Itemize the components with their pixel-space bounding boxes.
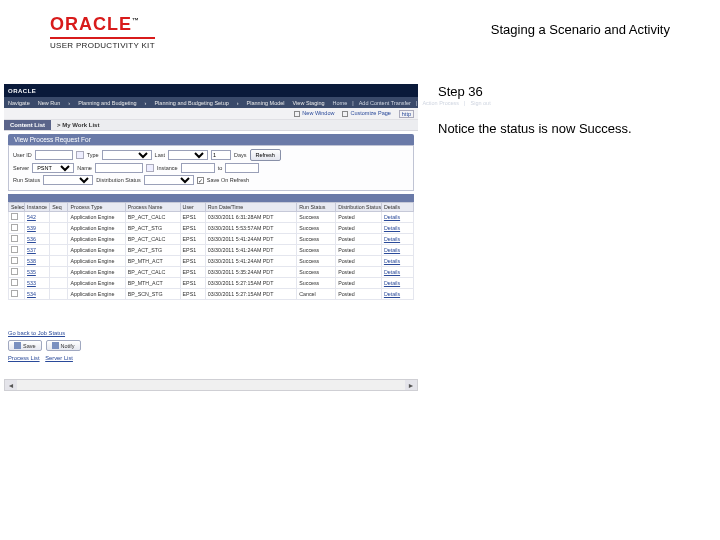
type-select[interactable] [102,150,152,160]
cell-details[interactable]: Details [381,256,413,267]
cell-details[interactable]: Details [381,212,413,223]
userid-input[interactable] [35,150,73,160]
diststatus-select[interactable] [144,175,194,185]
new-window-link[interactable]: New Window [302,110,334,116]
cell-instance[interactable]: 542 [25,212,50,223]
nav-item[interactable]: New Run [38,100,61,106]
instance-from-input[interactable] [181,163,215,173]
cell-rstat: Success [297,256,336,267]
notify-button[interactable]: Notify [46,340,81,351]
cell-details[interactable]: Details [381,278,413,289]
table-row: 535Application EngineBP_ACT_CALCEPS103/3… [9,267,414,278]
cell-rdt: 03/30/2011 5:27:15AM PDT [205,278,297,289]
nav-link-home[interactable]: Home [333,100,348,106]
cell-seq [50,234,68,245]
refresh-button[interactable]: Refresh [250,149,281,161]
row-select-checkbox[interactable] [11,224,18,231]
cell-instance[interactable]: 539 [25,223,50,234]
screenshot-panel: ORACLE Navigate New Run › Planning and B… [4,84,418,391]
instance-to-input[interactable] [225,163,259,173]
cell-instance[interactable]: 538 [25,256,50,267]
cell-user: EPS1 [180,212,205,223]
cell-instance[interactable]: 537 [25,245,50,256]
goback-link[interactable]: Go back to Job Status [8,330,414,336]
brand-subtitle: USER PRODUCTIVITY KIT [50,41,155,50]
cell-instance[interactable]: 534 [25,289,50,300]
row-select-checkbox[interactable] [11,257,18,264]
save-button[interactable]: Save [8,340,42,351]
scroll-right-icon[interactable]: ► [405,380,417,390]
table-row: 536Application EngineBP_ACT_CALCEPS103/3… [9,234,414,245]
table-row: 534Application EngineBP_SCN_STGEPS103/30… [9,289,414,300]
col-details: Details [381,203,413,212]
cell-rdt: 03/30/2011 5:41:24AM PDT [205,234,297,245]
cell-rstat: Cancel [297,289,336,300]
cell-pname: BP_ACT_CALC [125,267,180,278]
row-select-checkbox[interactable] [11,279,18,286]
group-bar: Content List > My Work List [4,120,418,131]
col-rdt: Run Date/Time [205,203,297,212]
customize-icon[interactable] [342,111,348,117]
row-select-checkbox[interactable] [11,235,18,242]
app-titlebar: ORACLE [4,84,418,97]
nav-item[interactable]: Planning and Budgeting [78,100,136,106]
nav-item[interactable]: Planning Model [247,100,285,106]
cell-instance[interactable]: 535 [25,267,50,278]
cell-rstat: Success [297,234,336,245]
cell-details[interactable]: Details [381,234,413,245]
cell-instance[interactable]: 536 [25,234,50,245]
col-rstat: Run Status [297,203,336,212]
runstatus-select[interactable] [43,175,93,185]
cell-ptype: Application Engine [68,289,125,300]
cell-seq [50,212,68,223]
cell-rstat: Success [297,245,336,256]
cell-instance[interactable]: 533 [25,278,50,289]
table-row: 542Application EngineBP_ACT_CALCEPS103/3… [9,212,414,223]
row-select-checkbox[interactable] [11,268,18,275]
save-on-refresh-checkbox[interactable] [197,177,204,184]
cell-rdt: 03/30/2011 5:41:24AM PDT [205,245,297,256]
cell-user: EPS1 [180,223,205,234]
scroll-left-icon[interactable]: ◄ [5,380,17,390]
lookup-icon[interactable] [76,151,84,159]
cell-pname: BP_ACT_STG [125,245,180,256]
content-list-label[interactable]: Content List [4,120,51,130]
cell-pname: BP_ACT_CALC [125,234,180,245]
process-list-link[interactable]: Process List [8,355,40,361]
cell-details[interactable]: Details [381,245,413,256]
new-window-icon[interactable] [294,111,300,117]
cell-details[interactable]: Details [381,289,413,300]
to-label: to [218,165,223,171]
row-select-checkbox[interactable] [11,290,18,297]
table-header-row: Select Instance Seq Process Type Process… [9,203,414,212]
col-seq: Seq [50,203,68,212]
cell-dstat: Posted [336,212,382,223]
server-select[interactable]: PSNT [32,163,74,173]
customize-link[interactable]: Customize Page [350,110,390,116]
last-label: Last [155,152,165,158]
name-input[interactable] [95,163,143,173]
cell-ptype: Application Engine [68,267,125,278]
cell-details[interactable]: Details [381,223,413,234]
cell-dstat: Posted [336,223,382,234]
step-label: Step 36 [438,84,710,99]
nav-item[interactable]: Navigate [8,100,30,106]
col-ptype: Process Type [68,203,125,212]
server-list-link[interactable]: Server List [45,355,73,361]
row-select-checkbox[interactable] [11,246,18,253]
horizontal-scrollbar[interactable]: ◄ ► [4,379,418,391]
lookup-icon[interactable] [146,164,154,172]
row-select-checkbox[interactable] [11,213,18,220]
cell-details[interactable]: Details [381,267,413,278]
nav-item[interactable]: Planning and Budgeting Setup [154,100,228,106]
nav-link[interactable]: Add Content Transfer [359,100,411,106]
breadcrumb-bar: Navigate New Run › Planning and Budgetin… [4,97,418,108]
days-input[interactable] [211,150,231,160]
brand-block: ORACLE™ USER PRODUCTIVITY KIT [50,14,155,50]
http-icon[interactable]: http [399,110,414,118]
nav-item[interactable]: View Staging [293,100,325,106]
runstatus-label: Run Status [13,177,40,183]
cell-rdt: 03/30/2011 6:31:28AM PDT [205,212,297,223]
cell-seq [50,267,68,278]
last-select[interactable] [168,150,208,160]
